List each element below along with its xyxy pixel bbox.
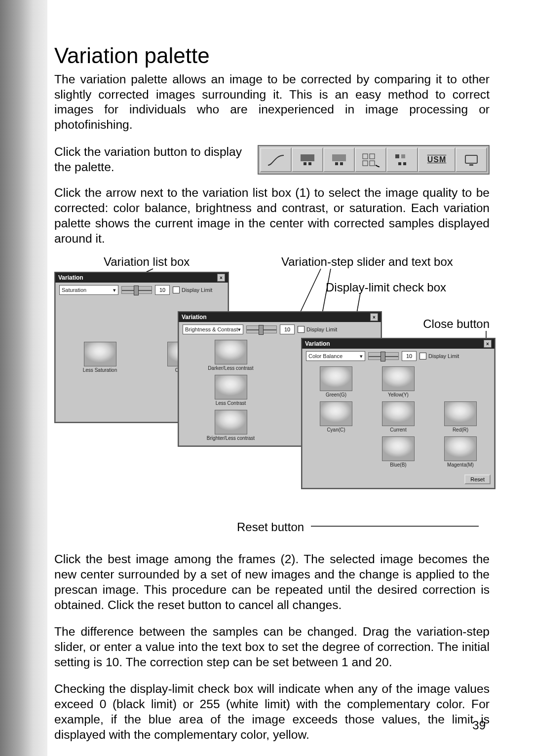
display-limit-checkbox[interactable]: Display Limit xyxy=(419,353,459,360)
variation-thumbnail[interactable]: Red(R) xyxy=(431,401,490,432)
monitor-icon[interactable] xyxy=(456,147,487,172)
svg-rect-2 xyxy=(308,162,311,165)
variation-thumbnail[interactable]: Cyan(C) xyxy=(307,401,365,432)
close-paragraph: Click the close button to close the pale… xyxy=(54,754,490,756)
panel-title: Variation xyxy=(58,274,83,281)
display-limit-checkbox[interactable]: Display Limit xyxy=(173,287,212,293)
svg-rect-0 xyxy=(301,154,314,161)
variation-thumbnail[interactable]: Blue(B) xyxy=(369,436,427,468)
svg-rect-9 xyxy=(370,161,375,166)
variation-thumbnail[interactable]: Green(G) xyxy=(307,366,365,397)
svg-rect-4 xyxy=(335,162,338,165)
variation-thumbnail[interactable]: Magenta(M) xyxy=(431,436,490,468)
panel-title: Variation xyxy=(305,340,330,347)
variation-thumbnail[interactable]: Less Saturation xyxy=(60,342,140,373)
svg-rect-11 xyxy=(401,154,405,158)
svg-rect-5 xyxy=(340,162,343,165)
svg-rect-6 xyxy=(363,154,368,159)
panel-title: Variation xyxy=(182,314,207,321)
variation-panel-color-balance: Variation× Color Balance▾ Display Limit … xyxy=(301,338,495,489)
variation-list-dropdown[interactable]: Brightness & Contrast▾ xyxy=(183,324,243,334)
svg-rect-8 xyxy=(363,161,368,166)
close-icon[interactable]: × xyxy=(217,274,225,282)
variation-step-slider[interactable] xyxy=(246,325,277,333)
toolbar: USM xyxy=(258,145,490,175)
page-title: Variation palette xyxy=(54,43,490,68)
close-icon[interactable]: × xyxy=(370,313,378,321)
variation-step-textbox[interactable] xyxy=(280,324,295,334)
variation-thumbnail[interactable]: Darker/Less contrast xyxy=(184,340,278,371)
variation-a-icon[interactable] xyxy=(292,147,323,172)
svg-rect-12 xyxy=(398,162,401,165)
svg-rect-7 xyxy=(370,154,375,159)
variation-step-slider[interactable] xyxy=(121,286,152,294)
click-variation-text: Click the variation button to display th… xyxy=(54,144,249,175)
usm-icon[interactable]: USM xyxy=(418,147,456,172)
svg-rect-15 xyxy=(469,164,473,166)
variation-step-textbox[interactable] xyxy=(402,351,417,361)
variation-list-dropdown[interactable]: Saturation▾ xyxy=(59,285,118,295)
variation-thumbnail[interactable]: Brighter/Less contrast xyxy=(184,410,278,441)
variation-thumbnail[interactable]: Less Contrast xyxy=(184,375,278,406)
click-arrow-paragraph: Click the arrow next to the variation li… xyxy=(54,185,490,246)
curve-icon[interactable] xyxy=(260,147,292,172)
variation-thumbnail[interactable]: Current xyxy=(369,401,427,432)
variation-b-icon[interactable] xyxy=(323,147,355,172)
variation-step-textbox[interactable] xyxy=(155,285,170,295)
diagram-area: Variation list box Variation-step slider… xyxy=(54,258,490,544)
svg-rect-1 xyxy=(304,162,306,165)
rgb-balance-icon[interactable] xyxy=(386,147,418,172)
variation-thumbnail[interactable]: Yellow(Y) xyxy=(369,366,427,397)
svg-rect-10 xyxy=(395,154,399,158)
select-best-paragraph: Click the best image among the frames (2… xyxy=(54,552,490,612)
reset-button[interactable]: Reset xyxy=(464,474,491,484)
svg-rect-13 xyxy=(403,162,406,165)
compare-icon[interactable] xyxy=(355,147,386,172)
page-number: 39 xyxy=(472,719,486,732)
display-limit-checkbox[interactable]: Display Limit xyxy=(298,326,337,333)
variation-step-slider[interactable] xyxy=(368,352,399,360)
variation-list-dropdown[interactable]: Color Balance▾ xyxy=(306,351,365,361)
close-icon[interactable]: × xyxy=(484,340,492,348)
intro-paragraph: The variation palette allows an image to… xyxy=(54,72,490,133)
display-limit-paragraph: Checking the display-limit check box wil… xyxy=(54,682,490,742)
step-paragraph: The difference between the samples can b… xyxy=(54,624,490,670)
svg-rect-14 xyxy=(465,155,477,163)
svg-rect-3 xyxy=(332,154,346,161)
